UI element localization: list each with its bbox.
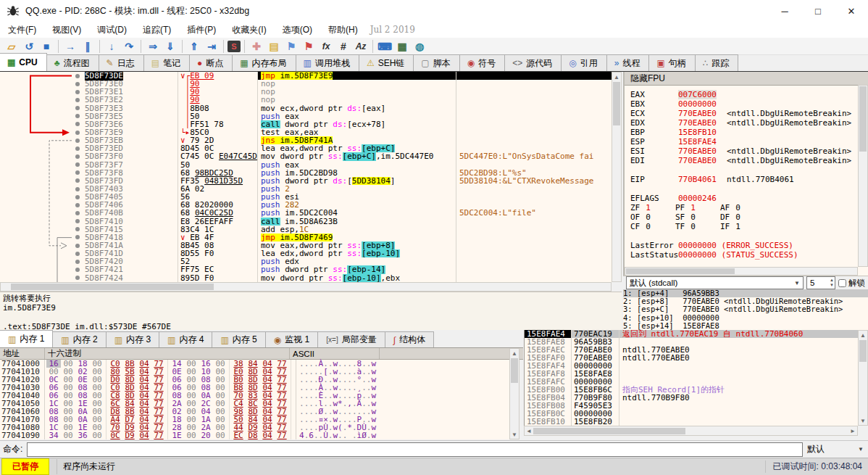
hash-icon[interactable]: # xyxy=(335,39,351,54)
disasm-row[interactable]: 5D8F741A8B45 08mov eax,dword ptr ss:[ebp… xyxy=(72,241,612,249)
tab-dump1[interactable]: ▥内存 1 xyxy=(0,330,53,347)
disasm-row[interactable]: 5D8F74036A 02push 2 xyxy=(72,185,612,193)
register-row[interactable]: ESP15E8FAE4 xyxy=(630,137,868,146)
breakpoint-dot[interactable] xyxy=(75,195,80,199)
unlock-checkbox[interactable]: 解锁 xyxy=(838,278,865,289)
open-file-icon[interactable]: ▱ xyxy=(4,39,20,54)
disasm-row[interactable]: 5D8F7424895D F0mov dword ptr ss:[ebp-10]… xyxy=(72,274,612,282)
disasm-row[interactable]: 5D8F73F0C745 0C E047C45Dmov dword ptr ss… xyxy=(72,152,612,160)
disasm-row[interactable]: 5D8F73F750push eax xyxy=(72,161,612,169)
breakpoint-dot[interactable] xyxy=(75,178,80,183)
calling-convention-select[interactable]: 默认 (stdcall) ▼ xyxy=(626,276,804,289)
register-row[interactable]: ESI770EABE0<ntdll.DbgUiRemoteBreakin> xyxy=(630,146,868,156)
patch-icon[interactable]: ✚ xyxy=(249,39,264,54)
tab-memory-map[interactable]: ▦内存布局 xyxy=(232,54,296,71)
breakpoint-dot[interactable] xyxy=(75,219,80,223)
scroll-left-arrow[interactable]: ◄ xyxy=(525,426,533,435)
register-row[interactable]: EIP770B4061ntdll.770B4061 xyxy=(630,175,868,184)
memory-dump[interactable]: 7704100016001800C08B04771400160038840477… xyxy=(0,360,509,439)
disasm-row[interactable]: 5D8F73EB∨ 79 2Djns im.5D8F741A xyxy=(72,136,612,144)
tab-struct[interactable]: ∫结构体 xyxy=(385,331,434,347)
scroll-right-arrow[interactable]: ► xyxy=(848,426,857,435)
breakpoint-dot[interactable] xyxy=(75,146,80,151)
pause-icon[interactable]: ∥ xyxy=(80,39,96,54)
tab-symbols[interactable]: ◉符号 xyxy=(459,54,505,71)
function-icon[interactable]: fx xyxy=(318,39,334,54)
breakpoint-gutter[interactable] xyxy=(72,72,83,80)
disasm-row[interactable]: 5D8F73E6 │FF51 78call dword ptr ds:[ecx+… xyxy=(72,120,612,128)
disasm-row[interactable]: 5D8F7421FF75 ECpush dword ptr ss:[ebp-14… xyxy=(72,265,612,273)
disasm-row[interactable]: 5D8F73FDFF35 0481D35Dpush dword ptr ds:[… xyxy=(72,177,612,185)
breakpoint-gutter[interactable] xyxy=(72,120,83,128)
tab-source[interactable]: <>源代码 xyxy=(504,54,562,71)
register-row[interactable]: LastStatus00000000 (STATUS_SUCCESS) xyxy=(630,250,868,260)
internet-icon[interactable]: ◍ xyxy=(412,39,427,54)
scroll-down-arrow[interactable]: ▼ xyxy=(859,416,867,425)
tab-seh[interactable]: ⚠SEH链 xyxy=(359,54,414,71)
call-arguments-list[interactable]: 1: [esp+4] 96A59BB32: [esp+8] 770EABE0 <… xyxy=(623,289,868,330)
breakpoint-dot[interactable] xyxy=(75,268,80,272)
register-row[interactable]: LastError00000000 (ERROR_SUCCESS) xyxy=(630,241,868,250)
breakpoint-gutter[interactable] xyxy=(72,249,83,257)
breakpoint-dot[interactable] xyxy=(75,244,80,248)
disassembly-hscrollbar[interactable] xyxy=(0,282,612,292)
breakpoint-gutter[interactable] xyxy=(72,104,83,112)
register-row[interactable]: EBP15E8FB10 xyxy=(630,128,868,137)
close-button[interactable]: ✕ xyxy=(835,0,868,22)
register-row[interactable]: EFLAGS00000246 xyxy=(630,194,868,203)
tab-dump2[interactable]: ▥内存 2 xyxy=(52,331,106,347)
breakpoint-dot[interactable] xyxy=(75,211,80,215)
breakpoint-gutter[interactable] xyxy=(72,257,83,265)
breakpoint-dot[interactable] xyxy=(75,187,80,191)
breakpoint-dot[interactable] xyxy=(75,122,80,126)
call-arg-row[interactable]: 3: [esp+C] 770EABE0 <ntdll.DbgUiRemoteBr… xyxy=(623,305,868,313)
breakpoint-dot[interactable] xyxy=(75,227,80,231)
stack-row[interactable]: 15E8FB1015E8FB20 xyxy=(525,418,858,426)
tab-handles[interactable]: ▣句柄 xyxy=(648,54,695,71)
breakpoint-gutter[interactable] xyxy=(72,234,83,241)
tab-references[interactable]: ◎引用 xyxy=(561,54,606,71)
breakpoint-dot[interactable] xyxy=(75,154,80,159)
breakpoint-gutter[interactable] xyxy=(72,218,83,226)
breakpoint-dot[interactable] xyxy=(75,252,80,256)
breakpoint-dot[interactable] xyxy=(75,90,80,94)
register-row[interactable]: EDI770EABE0<ntdll.DbgUiRemoteBreakin> xyxy=(630,156,868,165)
scroll-up-arrow[interactable]: ▲ xyxy=(612,73,621,81)
breakpoint-dot[interactable] xyxy=(75,260,80,264)
stop-icon[interactable]: ■ xyxy=(38,39,54,54)
menu-options[interactable]: 选项(O) xyxy=(275,22,320,38)
breakpoint-gutter[interactable] xyxy=(72,144,83,152)
disasm-row[interactable]: 5D8F73F868 98BDC25Dpush im.5DC2BD985DC2B… xyxy=(72,169,612,177)
tab-breakpoints[interactable]: ●断点 xyxy=(189,54,233,71)
breakpoint-dot[interactable] xyxy=(75,170,80,175)
disassembly-pane[interactable]: 5D8F73DE∨┌EB 09jmp im.5D8F73E95D8F73E0 │… xyxy=(0,72,612,282)
disasm-row[interactable]: 5D8F73DE∨┌EB 09jmp im.5D8F73E9 xyxy=(72,72,612,80)
menu-trace[interactable]: 追踪(T) xyxy=(135,22,179,38)
tab-dump3[interactable]: ▥内存 3 xyxy=(106,331,159,347)
disasm-row[interactable]: 5D8F73E9└▸85C0test eax,eax xyxy=(72,128,612,136)
call-arg-row[interactable]: 5: [esp+14] 15E8FAE8 xyxy=(623,322,868,330)
breakpoint-dot[interactable] xyxy=(75,276,80,280)
tab-watch1[interactable]: ◉监视 1 xyxy=(265,331,319,347)
step-out-icon[interactable]: ⇑ xyxy=(186,39,202,54)
disasm-row[interactable]: 5D8F73E0 │90nop xyxy=(72,80,612,88)
breakpoint-gutter[interactable] xyxy=(72,209,83,217)
breakpoint-gutter[interactable] xyxy=(72,96,83,104)
disassembly-vscrollbar[interactable]: ▲ xyxy=(612,72,622,282)
breakpoint-gutter[interactable] xyxy=(72,265,83,273)
menu-file[interactable]: 文件(F) xyxy=(0,22,44,38)
register-row[interactable]: ECX770EABE0<ntdll.DbgUiRemoteBreakin> xyxy=(630,109,868,118)
breakpoint-gutter[interactable] xyxy=(72,185,83,193)
breakpoint-gutter[interactable] xyxy=(72,241,83,249)
register-row[interactable]: ZF1PF1AF0 xyxy=(630,203,868,212)
hide-fpu-button[interactable]: 隐藏FPU xyxy=(625,72,868,86)
tab-threads[interactable]: »线程 xyxy=(606,54,650,71)
tab-call-stack[interactable]: ▥调用堆栈 xyxy=(296,54,359,71)
disasm-row[interactable]: 5D8F7410E8 26EEFAFFcall im.5D8A623B xyxy=(72,218,612,226)
disasm-row[interactable]: 5D8F741D8D55 F0lea edx,dword ptr ss:[ebp… xyxy=(72,249,612,257)
disasm-row[interactable]: 5D8F73E2 │90nop xyxy=(72,96,612,104)
breakpoint-gutter[interactable] xyxy=(72,226,83,234)
breakpoint-gutter[interactable] xyxy=(72,161,83,169)
menu-help[interactable]: 帮助(H) xyxy=(320,22,366,38)
breakpoint-dot[interactable] xyxy=(75,162,80,167)
